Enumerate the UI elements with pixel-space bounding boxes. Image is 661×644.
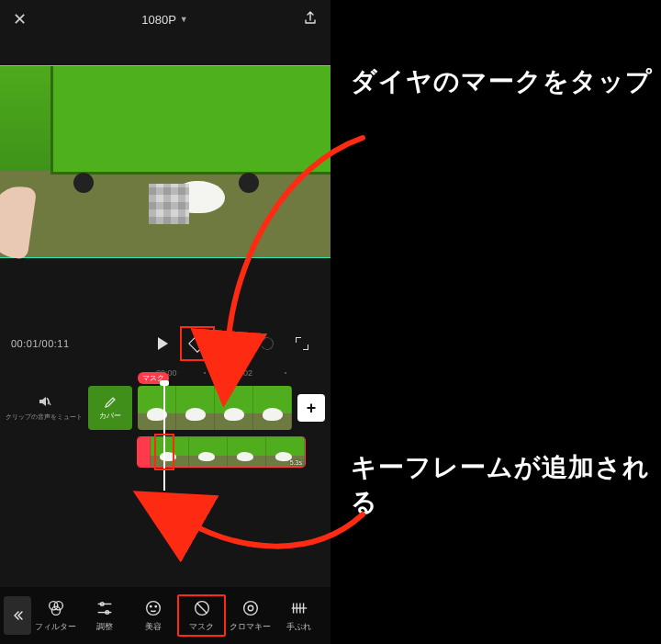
playback-controls: 00:01/00:11 + [0,323,330,364]
ruler-tick: 00:02 [232,368,253,378]
clip-handle-left[interactable] [138,437,151,467]
mask-icon [192,598,212,618]
tool-label: 手ぶれ [286,622,311,633]
export-icon[interactable] [303,10,318,28]
tool-adjust[interactable]: 調整 [80,598,129,633]
pencil-icon [104,396,117,409]
svg-point-3 [51,606,60,615]
video-preview[interactable] [0,66,330,257]
face-icon [143,598,163,618]
annotation-text-2: キーフレームが追加される [351,450,661,520]
tool-mask[interactable]: マスク [177,594,226,637]
svg-line-12 [196,604,207,614]
main-track-row: クリップの音声をミュート カバー + [0,386,330,430]
tool-label: 調整 [96,622,113,633]
play-icon [158,337,168,350]
fullscreen-button[interactable] [285,326,319,361]
back-button[interactable] [4,596,31,635]
redo-button[interactable] [250,326,285,361]
annotation-panel: ダイヤのマークをタップ キーフレームが追加される [330,0,661,644]
speaker-mute-icon [37,394,51,412]
close-icon[interactable]: ✕ [13,9,27,29]
top-bar: ✕ 1080P ▼ [0,0,330,39]
tool-label: マスク [189,622,214,633]
timecode: 00:01/00:11 [11,338,75,349]
chevron-down-icon: ▼ [180,15,188,24]
resolution-label: 1080P [141,13,176,27]
keyframe-marker-highlight [154,434,174,470]
svg-point-2 [54,602,62,610]
resolution-selector[interactable]: 1080P ▼ [141,13,188,27]
tool-label: クロマキー [230,622,271,633]
mute-clip-audio[interactable]: クリップの音声をミュート [0,394,88,421]
chromakey-icon [241,598,261,618]
filter-icon [46,598,66,618]
undo-icon [224,335,241,352]
add-clip-button[interactable]: + [297,394,325,422]
chevron-left-icon [12,610,23,621]
svg-point-13 [243,602,257,616]
timeline[interactable]: クリップの音声をミュート カバー + マスク 5.3s [0,382,330,476]
stabilize-icon [289,598,309,618]
add-keyframe-button[interactable]: + [180,326,215,361]
redo-icon [259,335,275,352]
tool-bar: フィルター 調整 美容 マスク クロマキー 手ぶれ [0,587,330,644]
diamond-icon [188,334,207,353]
expand-icon [296,337,308,350]
tool-label: 美容 [145,622,162,633]
mosaic-overlay [149,184,189,224]
tool-stabilize[interactable]: 手ぶれ [274,598,323,633]
svg-point-14 [248,605,253,611]
play-button[interactable] [145,326,180,361]
sliders-icon [95,598,115,618]
undo-button[interactable] [215,326,250,361]
main-video-track[interactable] [138,386,292,430]
cover-label: カバー [99,411,121,421]
svg-point-8 [146,602,160,616]
annotation-text-1: ダイヤのマークをタップ [351,64,653,99]
mute-label: クリップの音声をミュート [6,413,83,421]
cover-thumbnail[interactable]: カバー [88,386,132,430]
tool-chromakey[interactable]: クロマキー [226,598,274,633]
svg-point-10 [155,605,156,606]
clip-duration: 5.3s [290,459,302,466]
svg-point-9 [150,605,151,606]
tool-filter[interactable]: フィルター [31,598,80,633]
video-editor-app: ✕ 1080P ▼ 00:01/00:11 + [0,0,330,644]
tool-label: フィルター [35,622,76,633]
svg-line-0 [47,398,50,405]
preview-frame [0,66,330,257]
tool-beauty[interactable]: 美容 [129,598,177,633]
